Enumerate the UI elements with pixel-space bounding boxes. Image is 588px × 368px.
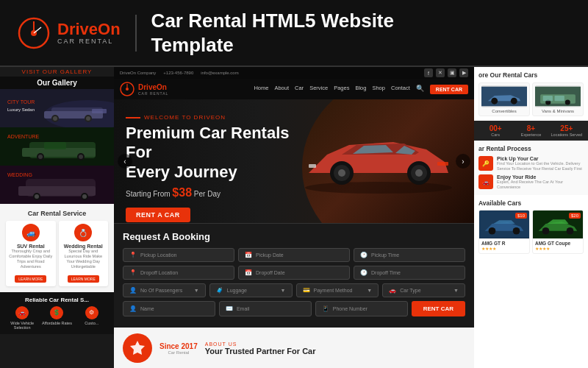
phone-field[interactable]: 📱 Phone Number [315,301,408,316]
pickup-time-field[interactable]: 🕐 Pickup Time [354,248,465,262]
nav-pages[interactable]: Pages [334,85,349,94]
available-cars-section: Available Cars $10 AMG GT [474,195,588,368]
services-title: Car Rental Service [6,210,108,217]
gallery-image-2[interactable]: ADVENTURE [0,127,114,166]
gallery-image-1[interactable]: CITY TOUR Luxury Sedan [0,89,114,127]
suv-learn-more[interactable]: LEARN MORE [15,275,46,283]
convertibles-label: Convertibles [481,109,527,113]
booking-submit-btn[interactable]: RENT CAR [412,301,465,316]
luggage-field[interactable]: 🧳 Luggage ▼ [209,283,293,297]
process-steps: 🔑 Pick Up Your Car Find Your Location to… [478,156,584,191]
car-card-amg-gt-coupe[interactable]: $20 AMG GT Coupe ★★★★ [532,210,584,254]
phone-label: Phone Number [333,306,368,311]
about-text: About Us Your Trusted Partner For Car [205,342,316,355]
gallery-label: Visit Our Gallery [0,67,114,77]
hero-cta-button[interactable]: RENT A CAR [126,208,190,222]
dropoff-date-label: Dropoff Date [256,270,285,275]
suv-title: SUV Rental [9,244,53,249]
email-field[interactable]: ✉️ Email [219,301,312,316]
pickup-date-field[interactable]: 📅 Pickup Date [238,248,350,262]
since-year: Since 2017 [159,342,198,350]
feature-rates: 💲 Affordable Rates [40,306,73,330]
booking-section: Request A Booking 📍 Pickup Location 📅 Pi… [114,223,474,328]
nav-service[interactable]: Service [309,85,328,94]
svg-point-35 [305,182,452,194]
stat-cars-num: 00+ [478,124,512,132]
feature-custom: ⚙ Custo... [76,306,108,330]
top-bar-info: DriveOn Company +123-456-7890 info@examp… [120,71,239,75]
dropoff-icon: 📍 [129,269,137,276]
convertibles-img [481,85,527,107]
payment-select: Payment Method ▼ [314,288,373,293]
amg-gt-coupe-info: AMG GT Coupe ★★★★ [533,238,583,253]
hero-price-amount: $38 [172,186,192,199]
instagram-icon[interactable]: ▣ [448,68,456,77]
facebook-icon[interactable]: f [424,68,433,77]
logo-area: DriveOn CAR RENTAL [18,17,121,49]
since-badge: Since 2017 Car Rental [159,342,198,355]
nav-contact[interactable]: Contact [391,85,410,94]
header-divider [135,15,137,52]
stat-loc-num: 25+ [550,124,584,132]
nav-search-icon[interactable]: 🔍 [416,85,424,94]
main-content: Visit Our Gallery Our Gallery CITY TOUR … [0,67,588,368]
payment-field[interactable]: 💳 Payment Method ▼ [296,283,379,297]
process-step-2: 🚗 Enjoy Your Ride Expert, And Receive Th… [478,174,584,190]
dropoff-date-icon: 📅 [245,269,252,276]
passengers-field[interactable]: 👤 No Of Passengers ▼ [123,283,206,297]
booking-row-3: 👤 No Of Passengers ▼ 🧳 Luggage ▼ 💳 [123,283,465,297]
amg-gt-coupe-img: $20 [533,210,583,238]
luggage-select: Luggage ▼ [227,288,286,293]
dropoff-time-field[interactable]: 🕐 Dropoff Time [354,266,465,280]
svg-point-19 [38,155,43,159]
service-card-wedding: 💍 Wedding Rental Special Day and Luxurio… [59,221,109,286]
svg-rect-22 [44,142,66,149]
car-card-amg-gt-r[interactable]: $10 AMG GT R ★★★★ [478,210,530,254]
svg-point-11 [86,116,90,121]
svg-text:ADVENTURE: ADVENTURE [7,134,40,139]
vehicles-icon: 🚗 [15,306,29,319]
gallery-image-3[interactable]: WEDDING [0,166,114,204]
nav-brand-text: DriveOn Car Rental [138,83,168,96]
vans-img [535,85,581,107]
svg-point-28 [35,194,39,199]
nav-home[interactable]: Home [254,85,268,94]
svg-rect-12 [92,109,107,113]
next-arrow[interactable]: › [456,154,470,169]
payment-icon: 💳 [303,287,310,294]
nav-brand: DriveOn Car Rental [120,82,168,96]
stat-loc-label: Locations Served [550,132,584,137]
about-icon [123,333,152,363]
left-panel: Visit Our Gallery Our Gallery CITY TOUR … [0,67,114,368]
nav-car[interactable]: Car [295,85,304,94]
nav-about[interactable]: About [274,85,289,94]
youtube-icon[interactable]: ▶ [459,68,468,77]
right-panel: ore Our Rental Cars Convertibles [474,67,588,368]
car-type-convertibles[interactable]: Convertibles [478,82,530,116]
car-type-field[interactable]: 🚗 Car Type ▼ [382,283,465,297]
rates-icon: 💲 [50,306,63,319]
car-type-icon: 🚗 [389,287,396,294]
prev-arrow[interactable]: ‹ [118,154,132,169]
about-title: Your Trusted Partner For Car [205,347,316,355]
pickup-location-field[interactable]: 📍 Pickup Location [123,248,234,262]
twitter-icon[interactable]: ✕ [436,68,445,77]
passengers-icon: 👤 [129,287,137,294]
wedding-learn-more[interactable]: LEARN MORE [68,275,99,283]
dropoff-location-label: Dropoff Location [140,270,178,275]
wedding-icon: 💍 [74,224,92,241]
name-field[interactable]: 👤 Name [123,301,215,316]
email-label: Email [237,306,250,311]
svg-point-50 [565,99,570,105]
step-1-title: Pick Up Your Car [497,156,584,161]
email-icon: ✉️ [226,305,233,312]
nav-blog[interactable]: Blog [355,85,366,94]
dropoff-location-field[interactable]: 📍 Dropoff Location [123,266,234,280]
vehicles-text: Wide Vehicle Selection [6,321,38,330]
car-type-vans[interactable]: Vans & Minivans [532,82,584,116]
feature-vehicles: 🚗 Wide Vehicle Selection [6,306,38,330]
phone-number: +123-456-7890 [163,71,193,75]
dropoff-date-field[interactable]: 📅 Dropoff Date [238,266,350,280]
nav-rent-btn[interactable]: RENT CAR [430,85,468,94]
nav-shop[interactable]: Shop [372,85,385,94]
